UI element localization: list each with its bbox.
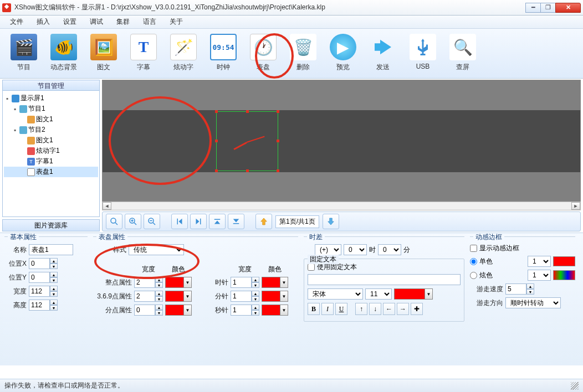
underline-button[interactable]: U: [335, 303, 347, 315]
page-down-button[interactable]: [323, 214, 339, 229]
tree-prog1[interactable]: ▪节目1: [4, 104, 98, 114]
maximize-button[interactable]: ❐: [540, 3, 556, 13]
minhand-width-spinner[interactable]: ▲▼: [231, 291, 259, 302]
minimize-button[interactable]: ━: [525, 3, 541, 13]
first-page-button[interactable]: [171, 214, 188, 229]
scroll-track[interactable]: [111, 202, 571, 210]
status-text: 操作失败，请检查串口或网络是否正常。: [4, 381, 124, 390]
arrow-send-icon: [370, 34, 396, 60]
canvas-hscroll[interactable]: ◄ ►: [102, 202, 581, 210]
menu-settings[interactable]: 设置: [57, 17, 83, 27]
tree-dial1[interactable]: 表盘1: [4, 167, 98, 177]
film-icon: 🎬: [11, 34, 37, 60]
timediff-mode[interactable]: (+): [315, 244, 341, 255]
menu-file[interactable]: 文件: [3, 17, 30, 27]
page-up-button[interactable]: [255, 214, 272, 229]
show-border-checkbox[interactable]: [470, 245, 477, 252]
tree-pic1b[interactable]: 图文1: [4, 135, 98, 146]
hour-width-spinner[interactable]: ▲▼: [134, 277, 163, 288]
menu-cluster[interactable]: 集群: [110, 17, 136, 27]
tool-dynbg[interactable]: 🐠动态背景: [44, 31, 83, 78]
timediff-hours[interactable]: 0: [344, 244, 367, 255]
quarter-color[interactable]: ▼: [165, 291, 192, 302]
window-title: XShow图文编辑软件 - 显示屏1 - D:\rjxz\Xshow_V3.0.…: [14, 3, 526, 12]
sechand-width-spinner[interactable]: ▲▼: [231, 305, 259, 316]
tool-clock[interactable]: 09:54时钟: [204, 31, 243, 78]
zoom-out-button[interactable]: [144, 214, 160, 229]
menu-about[interactable]: 关于: [163, 17, 190, 27]
tool-send[interactable]: 发送: [364, 31, 402, 78]
bold-button[interactable]: B: [308, 303, 320, 315]
resize-grip[interactable]: [571, 382, 579, 390]
hour-color[interactable]: ▼: [165, 277, 192, 288]
hourhand-width-spinner[interactable]: ▲▼: [231, 277, 259, 288]
align-up-button[interactable]: ↑: [355, 303, 367, 315]
program-tree[interactable]: ▪显示屏1 ▪节目1 图文1 ▪节目2 图文1 炫动字1 T字幕1 表盘1: [2, 91, 100, 217]
scroll-left-button[interactable]: ◄: [103, 202, 111, 210]
tool-usb[interactable]: USB: [403, 31, 442, 78]
italic-button[interactable]: I: [321, 303, 334, 315]
tree-sub1[interactable]: T字幕1: [4, 156, 98, 167]
sechand-color[interactable]: ▼: [262, 305, 288, 316]
minute-width-spinner[interactable]: ▲▼: [134, 305, 163, 316]
width-spinner[interactable]: ▲▼: [29, 286, 58, 297]
height-spinner[interactable]: ▲▼: [29, 300, 58, 311]
fancy-color-radio[interactable]: [470, 272, 477, 279]
menu-debug[interactable]: 调试: [83, 17, 110, 27]
tool-preview[interactable]: ▶预览: [324, 31, 362, 78]
fish-icon: 🐠: [50, 34, 77, 60]
align-right-button[interactable]: →: [397, 303, 409, 315]
tool-subtitle[interactable]: T字幕: [124, 31, 163, 78]
tool-screen[interactable]: 🔍查屏: [443, 31, 482, 78]
tree-pic1[interactable]: 图文1: [4, 114, 98, 125]
minhand-color[interactable]: ▼: [262, 291, 288, 302]
single-color-swatch[interactable]: [553, 256, 575, 266]
page-bottom-button[interactable]: [228, 214, 244, 229]
tool-program[interactable]: 🎬节目: [4, 31, 43, 78]
posx-spinner[interactable]: ▲▼: [29, 258, 58, 269]
direction-select[interactable]: 顺时针转动: [505, 297, 561, 308]
close-button[interactable]: ✕: [555, 3, 581, 13]
fancy-gradient-swatch[interactable]: [553, 270, 575, 280]
fancy-width[interactable]: 1: [528, 270, 551, 281]
speed-spinner[interactable]: ▲▼: [505, 283, 534, 295]
tree-fancy1[interactable]: 炫动字1: [4, 146, 98, 156]
align-down-button[interactable]: ↓: [369, 303, 381, 315]
tree-prog2[interactable]: ▪节目2: [4, 125, 98, 135]
tool-dial[interactable]: 🕐表盘: [244, 31, 283, 78]
align-left-button[interactable]: ←: [383, 303, 395, 315]
quarter-width-spinner[interactable]: ▲▼: [134, 291, 163, 302]
single-color-radio[interactable]: [470, 258, 477, 265]
dial-object[interactable]: [216, 111, 278, 171]
font-select[interactable]: 宋体: [308, 288, 363, 300]
style-select[interactable]: 传统: [129, 244, 184, 255]
tree-screen1[interactable]: ▪显示屏1: [4, 93, 98, 104]
page-top-button[interactable]: [209, 214, 226, 229]
font-color[interactable]: ▼: [394, 288, 433, 300]
menu-language[interactable]: 语言: [136, 17, 163, 27]
last-page-button[interactable]: [190, 214, 207, 229]
fontsize-select[interactable]: 11: [365, 288, 392, 300]
single-width[interactable]: 1: [528, 256, 551, 267]
zoom-reset-button[interactable]: [106, 214, 122, 229]
tool-fancytext[interactable]: 🪄炫动字: [164, 31, 203, 78]
tool-pictext[interactable]: 🖼️图文: [84, 31, 123, 78]
properties-panel: 基本属性 名称 位置X▲▼ 位置Y▲▼ 宽度▲▼ 高度▲▼ 表盘属性 样式传统 …: [0, 233, 583, 365]
timediff-mins[interactable]: 0: [378, 244, 401, 255]
posy-spinner[interactable]: ▲▼: [29, 272, 58, 283]
tool-delete[interactable]: 🗑️删除: [284, 31, 323, 78]
resource-library-button[interactable]: 图片资源库: [2, 219, 100, 231]
fixed-text-input[interactable]: [308, 274, 461, 285]
align-center-button[interactable]: ✚: [411, 303, 423, 315]
name-input[interactable]: [29, 244, 73, 255]
zoom-in-button[interactable]: [125, 214, 141, 229]
text-icon: T: [130, 34, 157, 60]
use-fixed-checkbox[interactable]: [308, 264, 315, 271]
minute-color[interactable]: ▼: [165, 305, 192, 316]
canvas[interactable]: [102, 80, 581, 202]
wand-icon: 🪄: [170, 34, 197, 60]
canvas-area: ◄ ► 第1页/共1页: [102, 80, 581, 231]
scroll-right-button[interactable]: ►: [571, 202, 580, 210]
hourhand-color[interactable]: ▼: [262, 277, 288, 288]
menu-insert[interactable]: 插入: [30, 17, 57, 27]
